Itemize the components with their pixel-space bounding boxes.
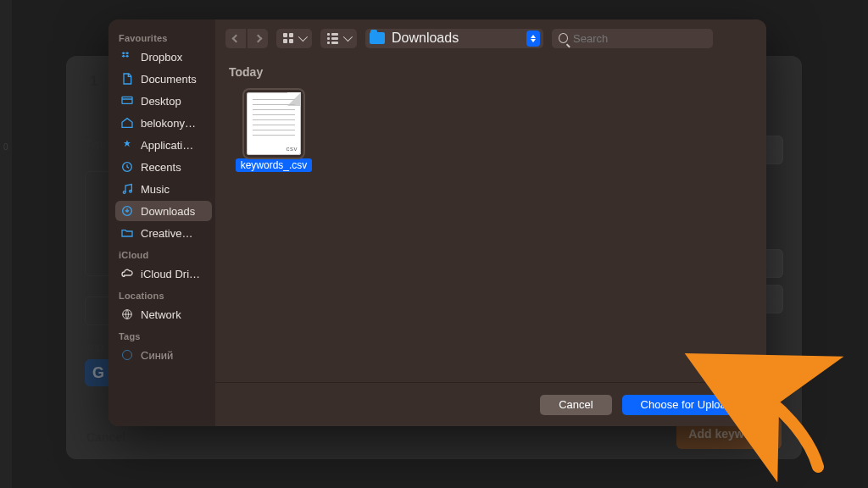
sidebar-item-label: Downloads — [141, 205, 195, 218]
nav-back-button[interactable] — [225, 29, 246, 48]
sidebar-item-recents[interactable]: Recents — [115, 157, 212, 177]
list-icon — [327, 33, 338, 44]
home-icon — [120, 116, 134, 130]
sidebar-item-label: Network — [141, 308, 181, 321]
sidebar-item-applications[interactable]: Applicati… — [115, 135, 212, 155]
path-label: Downloads — [392, 30, 459, 46]
dropbox-icon — [120, 50, 134, 64]
sidebar-section-icloud: iCloud — [115, 245, 212, 262]
desktop-icon — [120, 94, 134, 108]
sidebar-item-dropbox[interactable]: Dropbox — [115, 47, 212, 67]
sidebar-item-documents[interactable]: Documents — [115, 69, 212, 89]
chevron-left-icon — [231, 34, 240, 42]
path-popup-button[interactable]: Downloads — [365, 29, 543, 48]
file-type-badge: csv — [287, 145, 298, 152]
chevron-down-icon — [298, 32, 308, 42]
sidebar-section-favourites: Favourites — [115, 28, 212, 45]
sidebar-item-tag-blue[interactable]: Синий — [115, 345, 212, 365]
sidebar-item-icloud-drive[interactable]: iCloud Dri… — [115, 263, 212, 284]
nav-forward-button[interactable] — [248, 29, 268, 48]
main-area: Downloads Today csv keywords_.csv — [215, 19, 766, 426]
choose-for-upload-button[interactable]: Choose for Upload — [622, 395, 751, 415]
chevron-right-icon — [253, 34, 262, 42]
sidebar-item-downloads[interactable]: Downloads — [115, 201, 212, 221]
stepper-icon — [526, 30, 540, 47]
file-item[interactable]: csv keywords_.csv — [227, 87, 320, 177]
sidebar-item-label: belokony… — [141, 117, 196, 130]
view-icon-mode-button[interactable] — [276, 29, 312, 48]
toolbar: Downloads — [215, 19, 766, 53]
music-icon — [120, 182, 134, 196]
clock-icon — [120, 160, 134, 174]
sidebar-item-music[interactable]: Music — [115, 179, 212, 199]
sidebar-section-locations: Locations — [115, 286, 212, 302]
sidebar-item-label: Applicati… — [141, 139, 193, 152]
applications-icon — [120, 138, 134, 152]
sidebar-item-label: Desktop — [141, 95, 181, 108]
svg-rect-0 — [122, 97, 132, 103]
search-input[interactable] — [573, 32, 706, 45]
file-thumbnail: csv — [247, 92, 301, 155]
grid-icon — [283, 33, 293, 43]
file-open-panel: Favourites Dropbox Documents Desktop bel… — [108, 19, 766, 426]
file-browser-content[interactable]: Today csv keywords_.csv — [215, 53, 766, 382]
search-icon — [559, 33, 568, 43]
folder-icon — [370, 32, 385, 44]
file-name-label: keywords_.csv — [236, 158, 313, 172]
sidebar-item-label: Синий — [141, 349, 173, 362]
sidebar-item-label: Recents — [141, 161, 181, 174]
view-group-mode-button[interactable] — [320, 29, 357, 48]
folder-icon — [120, 226, 134, 240]
sidebar: Favourites Dropbox Documents Desktop bel… — [108, 19, 215, 426]
group-heading-today: Today — [227, 62, 754, 87]
sidebar-item-home[interactable]: belokony… — [115, 113, 212, 133]
chevron-down-icon — [343, 32, 353, 42]
sidebar-item-creative[interactable]: Creative… — [115, 223, 212, 243]
document-icon — [120, 72, 134, 86]
tag-dot-icon — [120, 348, 134, 362]
sidebar-item-label: Dropbox — [141, 51, 182, 64]
sidebar-item-label: Documents — [141, 73, 197, 86]
dialog-footer: Cancel Choose for Upload — [215, 382, 766, 426]
cloud-icon — [120, 267, 134, 280]
svg-point-2 — [123, 191, 125, 194]
globe-icon — [120, 308, 134, 321]
sidebar-item-label: Music — [141, 183, 170, 196]
sidebar-item-label: iCloud Dri… — [141, 268, 200, 280]
cancel-button[interactable]: Cancel — [540, 395, 611, 415]
sidebar-section-tags: Tags — [115, 326, 212, 343]
search-field[interactable] — [552, 29, 713, 48]
download-icon — [120, 204, 134, 218]
svg-point-3 — [130, 190, 132, 192]
sidebar-item-network[interactable]: Network — [115, 304, 212, 324]
sidebar-item-desktop[interactable]: Desktop — [115, 91, 212, 111]
sidebar-item-label: Creative… — [141, 227, 192, 240]
